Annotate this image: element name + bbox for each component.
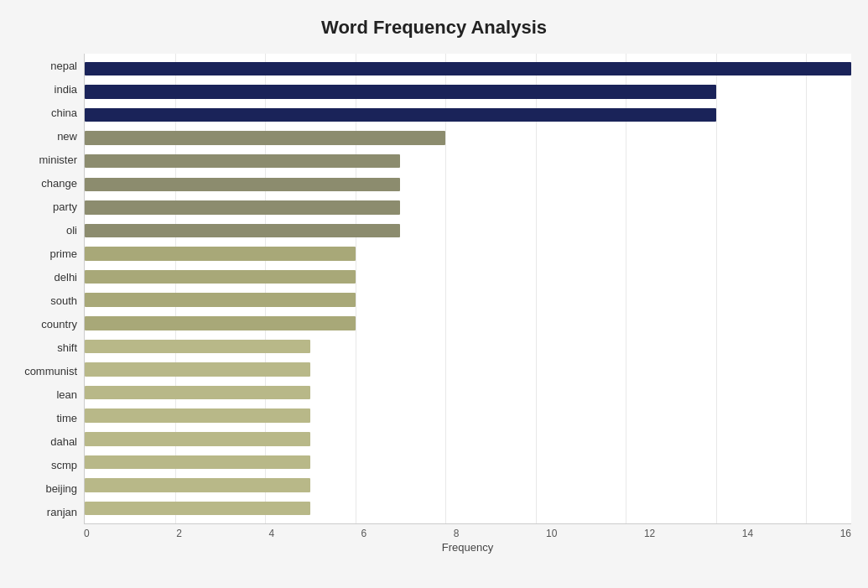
bar-change — [85, 178, 400, 192]
bar-beijing — [85, 478, 310, 492]
y-label: scmp — [51, 456, 77, 475]
y-label: prime — [49, 244, 77, 263]
y-label: delhi — [55, 268, 77, 286]
bar-row — [85, 428, 851, 451]
x-tick: 10 — [546, 528, 557, 539]
chart-title: Word Frequency Analysis — [17, 17, 851, 39]
bar-row — [85, 127, 851, 150]
bar-south — [85, 293, 356, 307]
y-label: minister — [39, 150, 77, 169]
x-tick: 0 — [84, 528, 90, 539]
bar-india — [85, 85, 716, 99]
bar-row — [85, 404, 851, 428]
bar-new — [85, 131, 445, 145]
bar-row — [85, 335, 851, 358]
y-label: lean — [56, 386, 77, 404]
bar-row — [85, 196, 851, 220]
bar-shift — [85, 340, 310, 354]
bar-row — [85, 149, 851, 173]
y-label: change — [41, 174, 77, 192]
bar-row — [85, 289, 851, 312]
bar-country — [85, 316, 356, 330]
x-tick: 16 — [840, 528, 851, 539]
x-tick: 12 — [644, 528, 655, 539]
y-label: china — [51, 103, 77, 122]
grid-and-bars — [84, 54, 851, 524]
x-axis: 0246810121416 — [84, 528, 851, 539]
bar-row — [85, 219, 851, 242]
x-tick: 4 — [268, 528, 274, 539]
bar-row — [85, 450, 851, 474]
y-label: time — [56, 409, 77, 428]
y-label: india — [55, 80, 77, 98]
y-axis: nepalindiachinanewministerchangepartyoli… — [17, 54, 84, 524]
bar-oli — [85, 224, 400, 238]
bar-communist — [85, 362, 310, 377]
bar-row — [85, 381, 851, 404]
bar-minister — [85, 154, 400, 169]
bar-party — [85, 200, 400, 215]
y-label: dahal — [50, 433, 77, 451]
x-axis-label: Frequency — [84, 541, 851, 554]
bars-container — [85, 54, 851, 523]
bar-delhi — [85, 270, 356, 284]
bar-nepal — [85, 62, 851, 76]
x-tick: 8 — [454, 528, 460, 539]
chart-container: Word Frequency Analysis nepalindiachinan… — [0, 0, 868, 588]
y-label: oli — [66, 221, 77, 239]
y-label: party — [53, 197, 77, 216]
x-tick: 2 — [176, 528, 182, 539]
y-label: nepal — [50, 56, 77, 75]
bar-row — [85, 103, 851, 127]
bar-row — [85, 312, 851, 336]
bar-row — [85, 265, 851, 289]
y-label: new — [57, 127, 77, 145]
bar-row — [85, 81, 851, 104]
x-tick: 14 — [742, 528, 753, 539]
bar-row — [85, 173, 851, 196]
y-label: ranjan — [47, 503, 77, 522]
y-label: beijing — [45, 480, 77, 498]
bar-row — [85, 497, 851, 520]
bar-dahal — [85, 432, 310, 446]
bar-row — [85, 57, 851, 81]
x-tick: 6 — [361, 528, 367, 539]
bar-time — [85, 408, 310, 423]
y-label: communist — [24, 362, 77, 381]
bar-lean — [85, 386, 310, 400]
bar-prime — [85, 247, 356, 261]
bar-row — [85, 242, 851, 266]
x-axis-section: 0246810121416 Frequency — [17, 528, 851, 554]
bar-china — [85, 108, 716, 122]
y-label: south — [50, 291, 77, 310]
bar-row — [85, 358, 851, 382]
y-label: country — [41, 315, 77, 334]
bar-ranjan — [85, 502, 310, 516]
bar-scmp — [85, 455, 310, 470]
bar-row — [85, 474, 851, 497]
plot-area — [84, 54, 851, 524]
y-label: shift — [57, 339, 77, 357]
chart-area: nepalindiachinanewministerchangepartyoli… — [17, 54, 851, 524]
